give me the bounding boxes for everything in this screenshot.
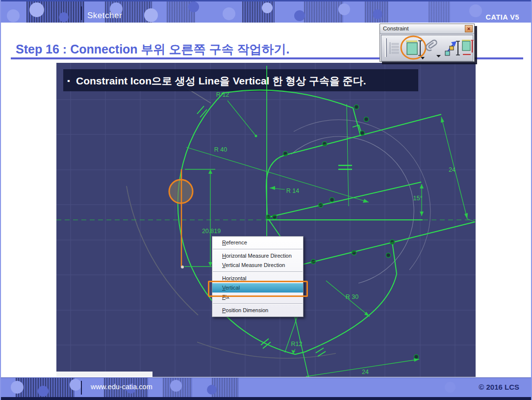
header-pattern (373, 9, 382, 19)
menu-item-position-dimension[interactable]: Position Dimension (212, 306, 303, 315)
constraint-symbols (197, 106, 361, 356)
dimension-label-r30[interactable]: R 30 (346, 293, 358, 300)
menu-item-label: Reference (222, 238, 303, 247)
callout-bullet: ▪ (67, 77, 70, 85)
footer-pattern (38, 386, 49, 397)
menu-item-label: Vertical (222, 283, 303, 293)
menu-item-vertical[interactable]: Vertical (212, 283, 303, 293)
header-pattern (294, 10, 305, 21)
menu-item-label: Vertical Measure Direction (222, 261, 303, 270)
toolbar-title: Constraint (383, 26, 408, 31)
dimension-label-24-bottom[interactable]: 24 (362, 369, 369, 375)
header-pattern (338, 3, 350, 15)
footer-pattern (207, 385, 217, 395)
perpendicular-symbol (353, 125, 361, 132)
callout-text: Constraint Icon으로 생성 Line을 Vertical 한 형상… (76, 75, 366, 86)
close-button[interactable]: ✕ (465, 25, 473, 32)
menu-item-reference[interactable]: Reference (212, 238, 303, 247)
footer-pattern (70, 379, 81, 391)
tangency-ticks (197, 106, 204, 114)
header-pattern (429, 1, 450, 23)
header-strip: Sketcher CATIA V5 (1, 0, 532, 23)
footer-pattern (445, 382, 456, 393)
short-edge[interactable] (392, 242, 397, 274)
menu-item-vertical-measure-direction[interactable]: Vertical Measure Direction (212, 261, 303, 270)
menu-item-label: Horizontal (222, 274, 303, 283)
menu-item-label: Horizontal Measure Direction (222, 251, 303, 261)
cad-viewport[interactable]: ▪ Constraint Icon으로 생성 Line을 Vertical 한 … (56, 63, 476, 377)
header-pattern (262, 2, 273, 13)
brand-label: CATIA V5 (486, 13, 519, 21)
menu-item-horizontal[interactable]: Horizontal (212, 274, 303, 283)
contact-constraint-icon[interactable] (425, 39, 439, 52)
app-label: Sketcher (87, 11, 122, 21)
site-label: www.edu-catia.com (91, 383, 152, 391)
header-pattern (304, 1, 343, 23)
constraint-toolbar: Constraint ✕ (380, 24, 475, 62)
coincidence-symbols (266, 105, 419, 359)
menu-item-label: Fix (222, 293, 303, 302)
dimension-label-r12-top[interactable]: R 12 (216, 91, 229, 98)
dimension-label-r12-bottom[interactable]: R12 (291, 341, 303, 347)
viewport-corner-patch (56, 372, 152, 377)
toolbar-icons (381, 35, 475, 60)
context-menu: Reference Horizontal Measure Direction V… (212, 236, 304, 317)
dropdown-arrow-icon[interactable] (436, 55, 441, 57)
header-pattern (59, 12, 69, 22)
footer-pattern (11, 381, 24, 394)
fix-together-icon[interactable] (445, 41, 460, 55)
tangency-ticks (316, 348, 324, 353)
header-pattern (29, 2, 44, 17)
footer-pattern (170, 380, 182, 392)
sketch-canvas[interactable]: ▪ Constraint Icon으로 생성 Line을 Vertical 한 … (56, 63, 476, 377)
bottom-bar (1, 397, 532, 400)
header-divider (81, 6, 82, 20)
dimension-label-r40[interactable]: R 40 (214, 146, 227, 153)
auto-constraint-icon[interactable] (462, 40, 474, 54)
dimension-label-15deg[interactable]: 15° (413, 195, 423, 202)
r14-fillet[interactable] (266, 155, 285, 217)
page-title: Step 16 : Connection 부위 오른쪽 구속 작업하기. (16, 41, 289, 57)
menu-separator (213, 249, 303, 250)
menu-separator (213, 271, 303, 272)
thin-link-line[interactable] (347, 104, 349, 206)
constraints-dialog-icon[interactable] (389, 42, 399, 54)
menu-item-horizontal-measure-direction[interactable]: Horizontal Measure Direction (212, 251, 303, 261)
sketch-geometry[interactable] (178, 90, 475, 377)
line-endpoint[interactable] (181, 266, 184, 268)
footer-divider (81, 381, 82, 395)
callout-banner: ▪ Constraint Icon으로 생성 Line을 Vertical 한 … (63, 69, 418, 91)
header-pattern (469, 4, 482, 17)
toolbar-body (381, 35, 473, 61)
lower-right-lines[interactable] (300, 222, 475, 265)
toolbar-titlebar[interactable]: Constraint ✕ (380, 24, 474, 34)
dimension-label-24-right[interactable]: 24 (449, 166, 456, 173)
r30-arc[interactable] (305, 274, 397, 352)
top-arc[interactable] (222, 90, 353, 108)
toolbar-grip[interactable] (385, 38, 386, 57)
header-pattern (188, 1, 199, 12)
dimension-label-20819[interactable]: 20.819 (202, 228, 221, 235)
dimension-labels: R 12 R 40 R 14 20.819 24 15° R 30 R12 24 (202, 91, 456, 375)
menu-item-fix[interactable]: Fix (212, 293, 303, 302)
menu-item-label: Position Dimension (222, 306, 303, 315)
menu-separator (213, 303, 303, 304)
footer-strip: www.edu-catia.com © 2016 LCS (1, 377, 532, 397)
slide: Sketcher CATIA V5 Step 16 : Connection 부… (0, 0, 532, 400)
header-pattern (144, 8, 158, 22)
dimension-label-r14[interactable]: R 14 (286, 187, 299, 194)
header-pattern (7, 9, 20, 22)
header-pattern (223, 7, 235, 20)
copyright-label: © 2016 LCS (479, 383, 519, 391)
